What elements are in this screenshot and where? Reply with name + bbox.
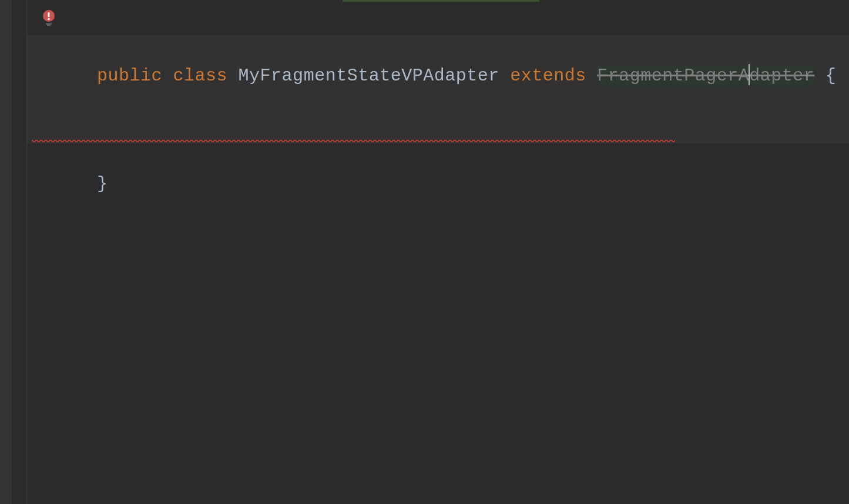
close-brace-token: }: [97, 174, 108, 194]
editor-content-area[interactable]: public class MyFragmentStateVPAdapter ex…: [27, 0, 849, 504]
class-name-token: MyFragmentStateVPAdapter: [239, 66, 499, 86]
tab-indicator: [343, 0, 539, 2]
intention-action-row: [27, 4, 849, 35]
error-squiggle: [32, 140, 675, 142]
svg-rect-3: [46, 23, 52, 25]
svg-point-2: [48, 18, 50, 21]
svg-rect-1: [48, 12, 50, 17]
keyword-public: public: [97, 66, 162, 86]
chevron-down-icon: [45, 23, 52, 26]
editor-gutter-left: [0, 0, 12, 504]
intention-bulb-button[interactable]: [42, 9, 55, 26]
code-line-2[interactable]: }: [27, 143, 849, 224]
editor-gutter: [12, 0, 27, 504]
deprecated-class-token: FragmentPagerAdapter: [597, 66, 814, 86]
code-editor[interactable]: public class MyFragmentStateVPAdapter ex…: [0, 0, 849, 504]
code-line-1[interactable]: public class MyFragmentStateVPAdapter ex…: [27, 35, 849, 143]
keyword-extends: extends: [510, 66, 586, 86]
error-lightbulb-icon: [42, 9, 55, 22]
text-caret: [749, 64, 750, 85]
open-brace-token: {: [825, 66, 837, 86]
keyword-class: class: [173, 66, 228, 86]
svg-rect-4: [47, 25, 51, 26]
error-stripe[interactable]: [841, 0, 849, 504]
